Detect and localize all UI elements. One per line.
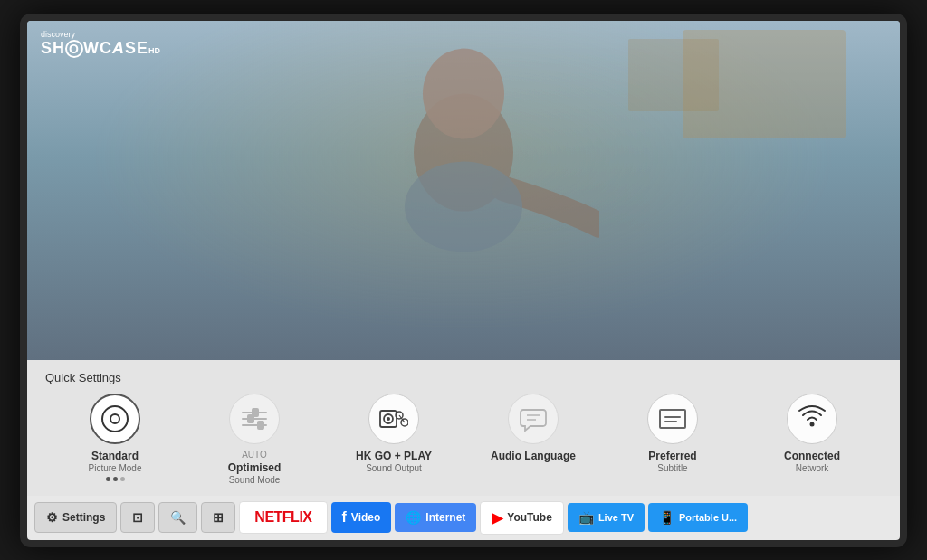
qs-item-network[interactable]: Connected Network	[758, 394, 866, 472]
channel-logo: discovery SHOWCASE HD	[41, 30, 160, 59]
sound-output-sublabel: Sound Output	[366, 463, 422, 473]
facebook-icon: f	[342, 509, 347, 526]
sound-mode-label: Optimised	[228, 461, 282, 474]
picture-mode-label: Standard	[91, 450, 139, 462]
svg-point-5	[387, 417, 390, 421]
audio-language-icon-wrap	[508, 394, 559, 444]
network-label: Connected	[784, 450, 840, 462]
sound-mode-sublabel: Sound Mode	[229, 475, 281, 485]
grid-button[interactable]: ⊞	[201, 502, 235, 533]
svg-point-1	[423, 48, 504, 138]
speech-bubble-icon	[520, 406, 547, 432]
target-icon	[101, 405, 129, 432]
netflix-button[interactable]: NETFLIX	[239, 501, 327, 534]
sound-mode-top: AUTO	[242, 450, 267, 460]
channel-brand: discovery	[41, 30, 160, 40]
settings-label: Settings	[62, 511, 105, 524]
speaker-headphone-icon	[379, 406, 408, 432]
internet-label: Internet	[425, 511, 465, 524]
search-button[interactable]: 🔍	[158, 502, 197, 533]
internet-button[interactable]: 🌐 Internet	[395, 503, 476, 532]
quick-settings-items: Standard Picture Mode	[45, 394, 882, 495]
sliders-icon	[242, 412, 267, 426]
tv-frame: discovery SHOWCASE HD Quick Settings Sta…	[20, 14, 907, 547]
livetv-button[interactable]: 📺 Live TV	[568, 503, 645, 532]
quick-settings-panel: Quick Settings Standard Picture Mode	[27, 360, 900, 495]
quick-settings-title: Quick Settings	[45, 371, 882, 384]
audio-language-label: Audio Language	[491, 450, 576, 462]
sound-mode-icon-wrap	[229, 394, 280, 444]
subtitle-sublabel: Subtitle	[657, 463, 687, 473]
source-button[interactable]: ⊡	[120, 502, 155, 533]
picture-mode-icon-wrap	[90, 394, 140, 444]
portable-button[interactable]: 📱 Portable U...	[648, 503, 748, 532]
svg-point-11	[810, 422, 815, 426]
youtube-play-icon: ▶	[492, 509, 502, 527]
subtitle-label: Preferred	[648, 450, 696, 462]
qs-item-sound-mode[interactable]: AUTO Optimised Sound Mode	[200, 394, 309, 484]
qs-item-sound-output[interactable]: HK GO + PLAY Sound Output	[339, 394, 448, 472]
phone-icon: 📱	[659, 510, 674, 525]
svg-point-2	[405, 161, 522, 252]
facebook-video-button[interactable]: f Video	[331, 502, 392, 533]
youtube-button[interactable]: ▶ YouTube	[480, 501, 564, 535]
subtitle-icon	[659, 409, 686, 429]
settings-button[interactable]: ⚙ Settings	[34, 502, 117, 533]
subtitle-icon-wrap	[647, 394, 698, 444]
tv-icon: 📺	[578, 510, 594, 525]
channel-suffix: HD	[148, 46, 160, 56]
search-icon: 🔍	[170, 510, 186, 525]
picture-mode-sublabel: Picture Mode	[89, 463, 142, 473]
sound-output-label: HK GO + PLAY	[356, 450, 432, 462]
network-icon-wrap	[787, 394, 837, 444]
gear-icon: ⚙	[46, 510, 58, 525]
youtube-label: YouTube	[507, 511, 552, 524]
grid-icon: ⊞	[213, 510, 224, 525]
qs-item-picture-mode[interactable]: Standard Picture Mode	[61, 394, 169, 480]
source-icon: ⊡	[132, 510, 143, 525]
sound-output-icon-wrap	[368, 394, 419, 444]
globe-icon: 🌐	[406, 510, 421, 525]
network-sublabel: Network	[796, 463, 829, 473]
wifi-icon	[798, 404, 826, 434]
channel-name: SHOWCASE	[41, 39, 148, 59]
video-area: discovery SHOWCASE HD	[27, 21, 900, 361]
netflix-label: NETFLIX	[254, 509, 311, 526]
bottom-bar: ⚙ Settings ⊡ 🔍 ⊞ NETFLIX f Video 🌐 Inter…	[27, 496, 900, 540]
fbvideo-label: Video	[351, 511, 380, 524]
portable-label: Portable U...	[679, 512, 737, 523]
picture-mode-dots	[106, 477, 125, 481]
qs-item-audio-language[interactable]: Audio Language	[479, 394, 588, 462]
qs-item-subtitle[interactable]: Preferred Subtitle	[618, 394, 727, 472]
livetv-label: Live TV	[598, 512, 634, 523]
